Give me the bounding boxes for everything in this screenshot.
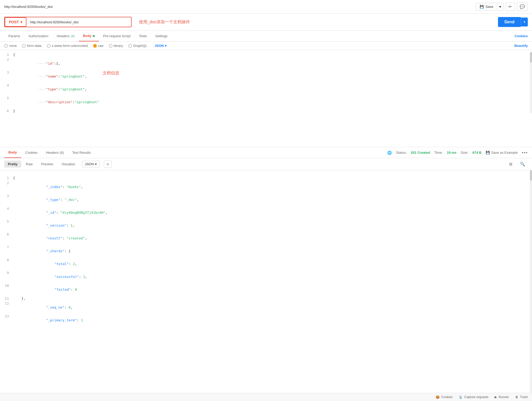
req-line-5: 5 ····"description":"springboot" [0, 96, 532, 108]
method-label: POST [9, 20, 19, 24]
search-icon: 🔍 [520, 162, 525, 166]
save-icon: 💾 [480, 5, 484, 9]
radio-binary [109, 44, 113, 48]
tab-body[interactable]: Body [79, 31, 99, 41]
req-line-6: 6 } [0, 108, 532, 113]
method-select[interactable]: POST ▾ [5, 17, 26, 27]
resp-line-5: 5 "_version": 1, [0, 219, 532, 232]
resp-line-11: 11 }, [0, 296, 532, 301]
req-line-4: 4 ····"type":"springboot", [0, 83, 532, 96]
resp-line-3: 3 "_type": "_doc", [0, 193, 532, 206]
body-active-dot [93, 35, 95, 37]
trash-icon: 🗑 [515, 395, 518, 399]
send-dropdown-button[interactable]: ▾ [521, 18, 528, 26]
req-line-1: 1 { [0, 52, 532, 57]
resp-json-dropdown-icon: ▾ [95, 162, 97, 166]
request-scrollbar[interactable] [530, 52, 532, 113]
body-option-form-data[interactable]: form-data [22, 44, 42, 48]
body-option-urlencoded[interactable]: x-www-form-urlencoded [47, 44, 88, 48]
status-code: 201 Created [411, 151, 430, 155]
tab-settings[interactable]: Settings [151, 31, 172, 41]
resp-line-12: 12 "_seq_no": 0, [0, 301, 532, 314]
more-options-button[interactable]: ••• [522, 150, 528, 155]
resp-tab-test-results[interactable]: Test Results [68, 147, 95, 158]
resp-tab-body[interactable]: Body [4, 147, 21, 158]
edit-icon-button[interactable]: ✏ [506, 2, 515, 11]
radio-none [4, 44, 8, 48]
req-line-3: 3 ····"name":"springboot", 文档信息 [0, 70, 532, 83]
request-body-annotation: 文档信息 [103, 70, 119, 76]
radio-form-data [22, 44, 26, 48]
resp-line-7: 7 "_shards": { [0, 245, 532, 257]
filter-icon: ≡ [107, 162, 109, 166]
comment-icon: 💬 [520, 4, 525, 9]
comment-icon-button[interactable]: 💬 [517, 2, 528, 11]
filter-button[interactable]: ≡ [104, 161, 112, 168]
resp-line-2: 2 "_index": "books", [0, 180, 532, 193]
resp-line-10: 10 "failed": 0 [0, 283, 532, 296]
status-time: 19 ms [447, 151, 457, 155]
globe-icon: 🌐 [387, 151, 392, 155]
radio-raw [93, 44, 97, 48]
radio-graphql [128, 44, 132, 48]
cookies-tab[interactable]: Cookies [514, 34, 528, 38]
tab-pre-request-script[interactable]: Pre-request Script [99, 31, 135, 41]
status-size: 674 B [472, 151, 481, 155]
resp-line-1: 1 { [0, 175, 532, 180]
tab-authorization[interactable]: Authorization [24, 31, 53, 41]
resp-line-6: 6 "result": "created", [0, 232, 532, 245]
copy-response-button[interactable]: ⧉ [507, 160, 515, 168]
tab-headers[interactable]: Headers (9) [53, 31, 79, 41]
resp-line-13: 13 "_primary_term": 1 [0, 314, 532, 327]
bottom-bar: 🍪 Cookies 📡 Capture requests ▶ Runner 🗑 … [0, 393, 532, 401]
resp-format-pretty[interactable]: Pretty [4, 161, 21, 168]
response-format-bar: Pretty Raw Preview Visualize JSON ▾ ≡ ⧉ [0, 158, 532, 170]
tab-tests[interactable]: Tests [135, 31, 151, 41]
save-label: Save [485, 5, 493, 9]
url-input[interactable] [26, 18, 131, 26]
send-button[interactable]: Send [498, 17, 521, 27]
body-option-none[interactable]: none [4, 44, 17, 48]
edit-icon: ✏ [508, 4, 512, 9]
resp-format-preview[interactable]: Preview [37, 161, 57, 168]
save-button[interactable]: 💾 Save [476, 3, 497, 10]
resp-tab-cookies[interactable]: Cookies [21, 147, 42, 158]
method-dropdown-icon: ▾ [20, 20, 22, 24]
search-response-button[interactable]: 🔍 [517, 160, 528, 168]
response-json-select[interactable]: JSON ▾ [82, 161, 100, 167]
runner-bottom[interactable]: ▶ Runner [495, 395, 509, 399]
json-format-select[interactable]: JSON ▾ [154, 44, 166, 48]
tab-params[interactable]: Params [4, 31, 24, 41]
body-option-graphql[interactable]: GraphQL [128, 44, 147, 48]
resp-format-visualize[interactable]: Visualize [58, 161, 79, 168]
response-tabs-bar: Body Cookies Headers (6) Test Results 🌐 … [0, 147, 532, 158]
body-option-binary[interactable]: binary [109, 44, 123, 48]
response-status: 🌐 Status: 201 Created Time: 19 ms Size: … [387, 150, 528, 155]
resp-tab-headers[interactable]: Headers (6) [42, 147, 68, 158]
copy-icon: ⧉ [509, 162, 512, 166]
response-scrollbar[interactable] [530, 170, 532, 393]
send-label: Send [504, 20, 514, 24]
radio-urlencoded [47, 44, 51, 48]
capture-icon: 📡 [459, 395, 463, 399]
request-annotation: 使用_doc添加一个文档操作 [139, 19, 190, 25]
resp-line-9: 9 "successful": 1, [0, 270, 532, 283]
cookies-bottom[interactable]: 🍪 Cookies [436, 395, 452, 399]
resp-format-raw[interactable]: Raw [22, 161, 36, 168]
save-as-example-button[interactable]: 💾 Save as Example [486, 151, 518, 155]
trash-bottom[interactable]: 🗑 Trash [515, 395, 528, 399]
save-dropdown-arrow[interactable]: ▾ [497, 3, 503, 10]
save-example-icon: 💾 [486, 151, 490, 155]
req-line-2: 2 ····"id":1, [0, 57, 532, 70]
resp-line-8: 8 "total": 2, [0, 257, 532, 270]
body-option-raw[interactable]: raw [93, 44, 104, 48]
json-dropdown-icon: ▾ [165, 44, 167, 48]
window-title: http://localhost:9200/books/_doc [4, 5, 53, 9]
resp-line-4: 4 "_id": "Viy4QogBORgITj41bzdH", [0, 206, 532, 219]
cookies-icon: 🍪 [436, 395, 440, 399]
runner-icon: ▶ [495, 395, 497, 399]
capture-requests-bottom[interactable]: 📡 Capture requests [459, 395, 488, 399]
beautify-button[interactable]: Beautify [514, 44, 528, 48]
response-code-area: 1 { 2 "_index": "books", 3 "_type": "_do… [0, 170, 532, 393]
resp-right-actions: ⧉ 🔍 [507, 160, 528, 168]
